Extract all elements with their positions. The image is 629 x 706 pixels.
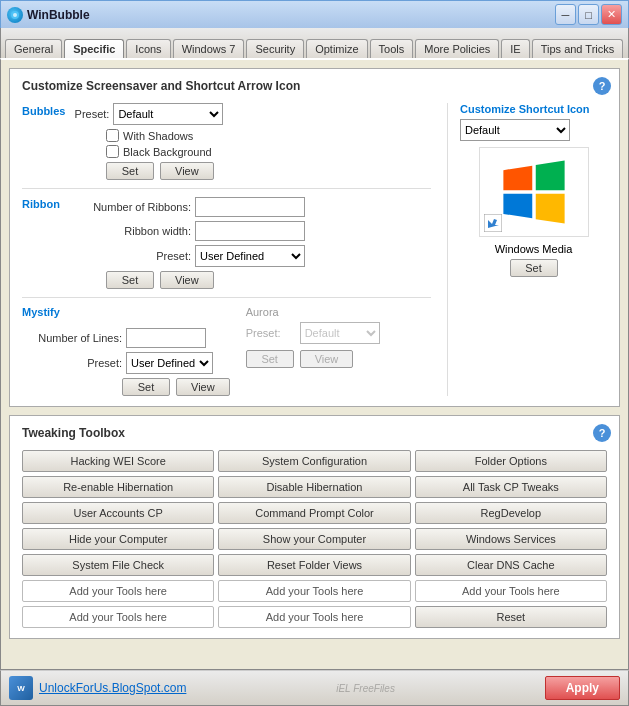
ribbon-width-label: Ribbon width: — [76, 225, 191, 237]
site-link[interactable]: UnlockForUs.BlogSpot.com — [39, 681, 186, 695]
mystify-set-button[interactable]: Set — [122, 378, 170, 396]
mystify-view-button[interactable]: View — [176, 378, 230, 396]
shortcut-arrow-icon — [484, 214, 502, 232]
shortcut-set-button[interactable]: Set — [510, 259, 558, 277]
tab-ie[interactable]: IE — [501, 39, 529, 58]
toolbox-panel: Tweaking Toolbox ? Hacking WEI Score Sys… — [9, 415, 620, 639]
screensaver-panel-title: Customize Screensaver and Shortcut Arrow… — [22, 79, 607, 93]
mystify-numlines-row: Number of Lines: — [22, 328, 230, 348]
bubbles-view-button[interactable]: View — [160, 162, 214, 180]
aurora-btn-row: Set View — [246, 350, 431, 368]
mystify-aurora-row: Mystify Number of Lines: Preset: User De… — [22, 306, 431, 396]
tab-tipstricks[interactable]: Tips and Tricks — [532, 39, 624, 58]
tab-morepolicies[interactable]: More Policies — [415, 39, 499, 58]
tool-sys-config[interactable]: System Configuration — [218, 450, 410, 472]
aurora-view-button: View — [300, 350, 354, 368]
title-bar-left: WinBubble — [7, 7, 90, 23]
tab-tools[interactable]: Tools — [370, 39, 414, 58]
tool-show-computer[interactable]: Show your Computer — [218, 528, 410, 550]
num-lines-input[interactable] — [126, 328, 206, 348]
shortcut-set-btn-row: Set — [460, 259, 607, 277]
tab-general[interactable]: General — [5, 39, 62, 58]
ribbon-btn-row: Set View — [106, 271, 431, 289]
tool-hide-computer[interactable]: Hide your Computer — [22, 528, 214, 550]
blackbg-checkbox[interactable] — [106, 145, 119, 158]
shortcut-icon-section: Customize Shortcut Icon Default — [447, 103, 607, 396]
tool-all-task-cp[interactable]: All Task CP Tweaks — [415, 476, 607, 498]
aurora-preset-label: Preset: — [246, 327, 296, 339]
tab-specific[interactable]: Specific — [64, 39, 124, 58]
tool-sys-file-check[interactable]: System File Check — [22, 554, 214, 576]
ribbon-width-input[interactable] — [195, 221, 305, 241]
minimize-button[interactable]: ─ — [555, 4, 576, 25]
bubbles-label: Bubbles — [22, 105, 65, 117]
mystify-preset-label: Preset: — [22, 357, 122, 369]
tab-windows7[interactable]: Windows 7 — [173, 39, 245, 58]
ribbon-view-button[interactable]: View — [160, 271, 214, 289]
aurora-section: Aurora Preset: Default Set View — [246, 306, 431, 396]
windows-logo-svg — [499, 157, 569, 227]
bottom-bar: W UnlockForUs.BlogSpot.com iEL FreeFiles… — [0, 670, 629, 706]
mystify-label: Mystify — [22, 306, 60, 318]
window-controls: ─ □ ✕ — [555, 4, 622, 25]
tab-bar: General Specific Icons Windows 7 Securit… — [0, 28, 629, 58]
tool-add-1[interactable]: Add your Tools here — [22, 580, 214, 602]
ribbon-preset-select[interactable]: User Defined — [195, 245, 305, 267]
ribbon-label: Ribbon — [22, 198, 72, 210]
tool-clear-dns[interactable]: Clear DNS Cache — [415, 554, 607, 576]
tool-hacking-wei[interactable]: Hacking WEI Score — [22, 450, 214, 472]
title-bar: WinBubble ─ □ ✕ — [0, 0, 629, 28]
close-button[interactable]: ✕ — [601, 4, 622, 25]
tool-disable-hibernate[interactable]: Disable Hibernation — [218, 476, 410, 498]
ribbon-set-button[interactable]: Set — [106, 271, 154, 289]
mystify-preset-row: Preset: User Defined — [22, 352, 230, 374]
shortcut-preset-select[interactable]: Default — [460, 119, 570, 141]
shadows-label: With Shadows — [123, 130, 193, 142]
tool-folder-options[interactable]: Folder Options — [415, 450, 607, 472]
num-ribbons-label: Number of Ribbons: — [76, 201, 191, 213]
tool-add-4[interactable]: Add your Tools here — [22, 606, 214, 628]
bubbles-row: Bubbles Preset: Default — [22, 103, 431, 125]
aurora-preset-row: Preset: Default — [246, 322, 431, 344]
aurora-set-button: Set — [246, 350, 294, 368]
bubbles-preset-select[interactable]: Default — [113, 103, 223, 125]
tool-add-5[interactable]: Add your Tools here — [218, 606, 410, 628]
tool-user-accounts[interactable]: User Accounts CP — [22, 502, 214, 524]
screensaver-layout: Bubbles Preset: Default With Shadows Bla… — [22, 103, 607, 396]
tab-optimize[interactable]: Optimize — [306, 39, 367, 58]
tool-re-enable-hibernate[interactable]: Re-enable Hibernation — [22, 476, 214, 498]
shortcut-icon-display — [479, 147, 589, 237]
tool-regdevelop[interactable]: RegDevelop — [415, 502, 607, 524]
bubbles-set-button[interactable]: Set — [106, 162, 154, 180]
blackbg-label: Black Background — [123, 146, 212, 158]
tool-reset-folder[interactable]: Reset Folder Views — [218, 554, 410, 576]
mystify-section: Mystify Number of Lines: Preset: User De… — [22, 306, 230, 396]
toolbox-help-icon[interactable]: ? — [593, 424, 611, 442]
mystify-btn-row: Set View — [22, 378, 230, 396]
bottom-left: W UnlockForUs.BlogSpot.com — [9, 676, 186, 700]
app-title: WinBubble — [27, 8, 90, 22]
left-section: Bubbles Preset: Default With Shadows Bla… — [22, 103, 431, 396]
site-icon: W — [9, 676, 33, 700]
screensaver-help-icon[interactable]: ? — [593, 77, 611, 95]
maximize-button[interactable]: □ — [578, 4, 599, 25]
screensaver-panel: Customize Screensaver and Shortcut Arrow… — [9, 68, 620, 407]
tab-security[interactable]: Security — [246, 39, 304, 58]
main-content: Customize Screensaver and Shortcut Arrow… — [0, 58, 629, 670]
shadows-checkbox[interactable] — [106, 129, 119, 142]
tool-windows-services[interactable]: Windows Services — [415, 528, 607, 550]
num-ribbons-input[interactable] — [195, 197, 305, 217]
tool-cmd-color[interactable]: Command Prompt Color — [218, 502, 410, 524]
apply-button[interactable]: Apply — [545, 676, 620, 700]
toolbox-grid: Hacking WEI Score System Configuration F… — [22, 450, 607, 628]
tab-icons[interactable]: Icons — [126, 39, 170, 58]
icon-name-text: Windows Media — [460, 243, 607, 255]
shadows-checkbox-row: With Shadows — [106, 129, 431, 142]
aurora-preset-select: Default — [300, 322, 380, 344]
tool-reset[interactable]: Reset — [415, 606, 607, 628]
mystify-preset-select[interactable]: User Defined — [126, 352, 213, 374]
ribbon-section-row: Ribbon Number of Ribbons: — [22, 197, 431, 217]
aurora-section-label: Aurora — [246, 306, 431, 318]
tool-add-3[interactable]: Add your Tools here — [415, 580, 607, 602]
tool-add-2[interactable]: Add your Tools here — [218, 580, 410, 602]
